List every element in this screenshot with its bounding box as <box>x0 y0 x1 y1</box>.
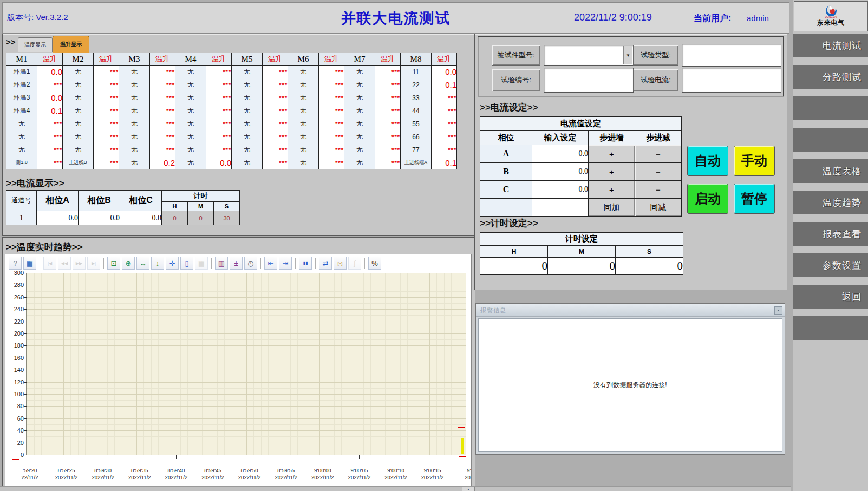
second-col-header: S <box>214 202 240 211</box>
nav-sidebar: DONGLAI 东来电气 电流测试分路测试温度表格温度趋势报表查看参数设置返回 <box>793 0 868 491</box>
chevron-down-icon[interactable]: ▼ <box>623 46 632 64</box>
test-no-input[interactable] <box>544 68 634 93</box>
table-row: 无***无***无***无***无***无***无***66*** <box>6 130 457 143</box>
sensor-label-cell: 无 <box>288 130 319 143</box>
page-title: 并联大电流测试 <box>3 9 789 28</box>
timer-seconds: 30 <box>214 211 240 225</box>
sensor-label-cell: 无 <box>288 143 319 156</box>
time-span-icon[interactable]: ◷ <box>244 257 257 270</box>
channel-col-header: 通道号 <box>6 191 37 211</box>
sidebar-item-branch-test[interactable]: 分路测试 <box>793 65 868 89</box>
timer-h-input[interactable]: 0 <box>480 258 548 275</box>
sidebar-item-temp-table[interactable]: 温度表格 <box>793 159 868 183</box>
step-dec-button[interactable]: − <box>635 163 682 181</box>
axis-scale-icon[interactable]: ▯ <box>180 257 193 270</box>
step-dec-button[interactable]: − <box>635 145 682 163</box>
x-axis-tick-label: :59:2022/11/2 <box>10 467 49 481</box>
zoom-box-icon[interactable]: ⊡ <box>107 257 120 270</box>
bottom-scrollbar[interactable] <box>0 486 791 491</box>
pause-icon[interactable]: ▮▮ <box>299 257 312 270</box>
inc-all-button[interactable]: 同加 <box>589 199 635 217</box>
channels-icon[interactable]: ▥ <box>215 257 228 270</box>
y-axis-tick-label: 300 <box>6 270 24 276</box>
sensor-label-cell: 无 <box>175 130 206 143</box>
sidebar-item-current-test[interactable]: 电流测试 <box>793 34 868 57</box>
sidebar-item-blank-2[interactable] <box>793 128 868 152</box>
help-icon[interactable]: ? <box>9 257 22 270</box>
test-current-input[interactable] <box>682 68 781 93</box>
dec-all-button[interactable]: 同减 <box>635 199 682 217</box>
start-button[interactable]: 启动 <box>687 184 728 214</box>
sensor-label-cell: 无 <box>119 130 150 143</box>
rise-value-cell: *** <box>94 143 119 156</box>
swap-icon[interactable]: ⇄ <box>319 257 332 270</box>
sidebar-item-blank-3[interactable] <box>793 316 868 340</box>
tab-temperature-display[interactable]: 温度显示 <box>18 37 53 52</box>
step-dec-button[interactable]: − <box>635 181 682 199</box>
sidebar-item-report-view[interactable]: 报表查看 <box>793 222 868 246</box>
trend-chart: ?▦|◀◀◀▶▶▶|⊡⊕↔↕✛▯▦▥±◷⇤⇥▮▮⇄[~]∫% 300280260… <box>5 254 472 488</box>
zoom-in-icon[interactable]: ⊕ <box>122 257 135 270</box>
timer-s-header: S <box>616 246 683 258</box>
rise-value-cell: 0.0 <box>37 91 63 104</box>
first-page-icon: |◀ <box>43 257 56 270</box>
alarm-pin-icon[interactable]: ▪ <box>774 306 782 315</box>
auto-button[interactable]: 自动 <box>687 146 728 176</box>
current-setting-heading: >>电流设定>> <box>480 101 538 114</box>
test-type-input[interactable] <box>682 44 781 67</box>
plot-area[interactable] <box>26 273 466 455</box>
current-display-row: 1 0.0 0.0 0.0 0 0 30 <box>6 211 240 225</box>
zoom-vertical-icon[interactable]: ↕ <box>151 257 164 270</box>
rise-value-cell: *** <box>94 117 119 130</box>
y-axis-tick <box>24 333 27 334</box>
tab-temperature-rise-display[interactable]: 温升显示 <box>53 36 89 53</box>
data-table-icon[interactable]: ▦ <box>23 257 36 270</box>
phase-b-col-header: 相位B <box>79 191 120 211</box>
x-axis-tick <box>469 455 469 459</box>
scroll-right-icon[interactable]: ⇥ <box>279 257 292 270</box>
table-row: 无***无***无***无***无***无***无***77*** <box>6 143 457 156</box>
sidebar-item-temp-trend[interactable]: 温度趋势 <box>793 191 868 214</box>
pause-button[interactable]: 暂停 <box>734 184 775 214</box>
percent-icon[interactable]: % <box>368 257 381 270</box>
sidebar-item-blank-1[interactable] <box>793 96 868 120</box>
y-axis-tick <box>24 273 27 273</box>
sensor-label-cell: 无 <box>6 143 37 156</box>
alarm-message: 没有到数据服务器的连接! <box>593 381 667 390</box>
x-axis-tick-label: 9:00:152022/11/2 <box>413 467 452 481</box>
rise-col-header: 温升 <box>319 53 344 66</box>
step-inc-button[interactable]: + <box>589 163 635 181</box>
sidebar-item-back[interactable]: 返回 <box>793 285 868 309</box>
manual-button[interactable]: 手动 <box>734 146 775 176</box>
add-remove-plot-icon[interactable]: ± <box>230 257 243 270</box>
right-axis-marker <box>459 456 466 457</box>
dut-model-combo[interactable]: ▼ <box>544 45 634 66</box>
rise-value-cell: *** <box>94 91 119 104</box>
step-inc-button[interactable]: + <box>589 181 635 199</box>
pan-icon[interactable]: ✛ <box>166 257 179 270</box>
timer-s-input[interactable]: 0 <box>616 258 683 275</box>
sensor-label-cell: 无 <box>344 143 375 156</box>
scroll-left-icon[interactable]: ⇤ <box>264 257 277 270</box>
scrollbar-down-icon[interactable]: ▼ <box>462 487 475 491</box>
sidebar-item-param-setting[interactable]: 参数设置 <box>793 253 868 277</box>
input-setting-cell[interactable]: 0.0 <box>532 181 589 199</box>
sensor-label-cell: 无 <box>232 104 263 117</box>
cursor-brackets-icon[interactable]: [~] <box>334 257 347 270</box>
y-axis-tick-label: 280 <box>6 281 24 288</box>
zoom-horizontal-icon[interactable]: ↔ <box>136 257 149 270</box>
phase-c-col-header: 相位C <box>120 191 162 211</box>
rise-value-cell: *** <box>263 117 288 130</box>
step-inc-button[interactable]: + <box>589 145 635 163</box>
rise-value-cell: *** <box>375 78 401 91</box>
rise-value-cell: *** <box>263 66 288 78</box>
input-setting-cell[interactable]: 0.0 <box>532 163 589 181</box>
timer-m-input[interactable]: 0 <box>548 258 616 275</box>
input-setting-cell[interactable]: 0.0 <box>532 145 589 163</box>
x-axis-tick <box>396 455 396 459</box>
timer-h-header: H <box>480 246 548 258</box>
phase-cell: A <box>480 145 532 163</box>
current-setting-table: 电流值设定 相位 输入设定 步进增 步进减 A0.0+−B0.0+−C0.0+−… <box>480 116 682 217</box>
y-axis-tick-label: 240 <box>6 306 24 312</box>
current-user-label: 当前用户: <box>694 13 731 24</box>
